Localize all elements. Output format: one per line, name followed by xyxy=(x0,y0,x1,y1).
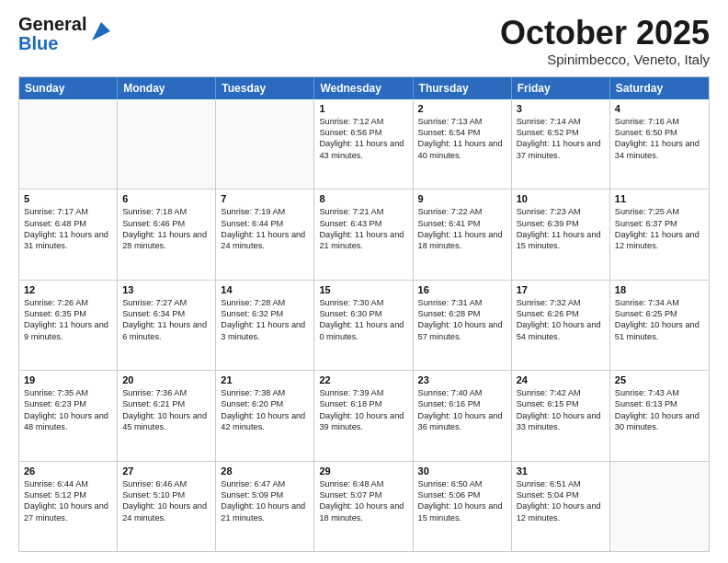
sunset-text: Sunset: 6:28 PM xyxy=(418,308,506,319)
day-cell-4: 4Sunrise: 7:16 AMSunset: 6:50 PMDaylight… xyxy=(610,99,709,189)
sunset-text: Sunset: 6:41 PM xyxy=(418,218,506,229)
daylight-text: Daylight: 10 hours and 15 minutes. xyxy=(418,500,506,523)
day-cell-13: 13Sunrise: 7:27 AMSunset: 6:34 PMDayligh… xyxy=(118,281,216,370)
day-number: 13 xyxy=(122,284,210,295)
day-cell-8: 8Sunrise: 7:21 AMSunset: 6:43 PMDaylight… xyxy=(314,190,413,279)
daylight-text: Daylight: 10 hours and 27 minutes. xyxy=(24,500,112,523)
day-number: 12 xyxy=(24,284,112,295)
sunset-text: Sunset: 6:16 PM xyxy=(418,398,506,409)
day-cell-2: 2Sunrise: 7:13 AMSunset: 6:54 PMDaylight… xyxy=(414,99,512,189)
sunrise-text: Sunrise: 7:28 AM xyxy=(221,297,309,308)
empty-cell-0-0 xyxy=(19,99,118,189)
sunset-text: Sunset: 6:43 PM xyxy=(319,218,407,229)
day-number: 30 xyxy=(418,465,506,477)
daylight-text: Daylight: 10 hours and 24 minutes. xyxy=(122,500,210,523)
sunrise-text: Sunrise: 7:26 AM xyxy=(24,297,112,308)
logo-general: General xyxy=(18,14,86,34)
sunrise-text: Sunrise: 7:32 AM xyxy=(517,297,605,308)
logo-icon xyxy=(88,18,114,44)
calendar-body: 1Sunrise: 7:12 AMSunset: 6:56 PMDaylight… xyxy=(19,99,709,551)
sunrise-text: Sunrise: 7:13 AM xyxy=(418,116,506,127)
daylight-text: Daylight: 10 hours and 39 minutes. xyxy=(319,410,407,433)
month-title: October 2025 xyxy=(500,15,710,52)
day-number: 18 xyxy=(615,284,704,295)
day-number: 14 xyxy=(221,284,309,295)
day-number: 3 xyxy=(517,103,605,114)
sunrise-text: Sunrise: 7:22 AM xyxy=(418,206,506,217)
sunset-text: Sunset: 6:50 PM xyxy=(615,127,704,138)
title-block: October 2025 Spinimbecco, Veneto, Italy xyxy=(500,15,710,67)
day-cell-23: 23Sunrise: 7:40 AMSunset: 6:16 PMDayligh… xyxy=(414,371,512,460)
sunrise-text: Sunrise: 7:17 AM xyxy=(24,206,112,217)
daylight-text: Daylight: 10 hours and 30 minutes. xyxy=(615,410,704,433)
sunset-text: Sunset: 5:09 PM xyxy=(221,489,309,500)
sunrise-text: Sunrise: 7:21 AM xyxy=(319,206,407,217)
svg-marker-0 xyxy=(92,22,110,40)
sunrise-text: Sunrise: 6:50 AM xyxy=(418,478,506,489)
daylight-text: Daylight: 11 hours and 18 minutes. xyxy=(418,229,506,252)
sunrise-text: Sunrise: 7:25 AM xyxy=(615,206,704,217)
day-cell-16: 16Sunrise: 7:31 AMSunset: 6:28 PMDayligh… xyxy=(414,281,512,370)
day-number: 2 xyxy=(418,103,506,114)
sunset-text: Sunset: 6:48 PM xyxy=(24,218,112,229)
day-number: 19 xyxy=(24,374,112,385)
sunrise-text: Sunrise: 7:19 AM xyxy=(221,206,309,217)
daylight-text: Daylight: 11 hours and 6 minutes. xyxy=(122,319,210,342)
day-cell-29: 29Sunrise: 6:48 AMSunset: 5:07 PMDayligh… xyxy=(314,462,413,551)
calendar: SundayMondayTuesdayWednesdayThursdayFrid… xyxy=(18,76,710,552)
header-day-wednesday: Wednesday xyxy=(314,77,413,99)
daylight-text: Daylight: 10 hours and 33 minutes. xyxy=(517,410,605,433)
sunset-text: Sunset: 6:46 PM xyxy=(122,218,210,229)
day-cell-27: 27Sunrise: 6:46 AMSunset: 5:10 PMDayligh… xyxy=(118,462,216,551)
day-cell-22: 22Sunrise: 7:39 AMSunset: 6:18 PMDayligh… xyxy=(314,371,413,460)
sunset-text: Sunset: 5:07 PM xyxy=(319,489,407,500)
day-number: 21 xyxy=(221,374,309,385)
day-number: 31 xyxy=(517,465,605,477)
daylight-text: Daylight: 11 hours and 15 minutes. xyxy=(517,229,605,252)
daylight-text: Daylight: 11 hours and 37 minutes. xyxy=(517,138,605,161)
sunset-text: Sunset: 5:06 PM xyxy=(418,489,506,500)
day-cell-14: 14Sunrise: 7:28 AMSunset: 6:32 PMDayligh… xyxy=(216,281,314,370)
day-cell-26: 26Sunrise: 6:44 AMSunset: 5:12 PMDayligh… xyxy=(19,462,118,551)
daylight-text: Daylight: 10 hours and 57 minutes. xyxy=(418,319,506,342)
daylight-text: Daylight: 11 hours and 28 minutes. xyxy=(122,229,210,252)
day-number: 4 xyxy=(615,103,704,114)
sunrise-text: Sunrise: 7:34 AM xyxy=(615,297,704,308)
calendar-header: SundayMondayTuesdayWednesdayThursdayFrid… xyxy=(19,77,709,99)
header-day-saturday: Saturday xyxy=(610,77,709,99)
header-day-tuesday: Tuesday xyxy=(216,77,314,99)
calendar-row-2: 12Sunrise: 7:26 AMSunset: 6:35 PMDayligh… xyxy=(19,281,709,371)
day-cell-7: 7Sunrise: 7:19 AMSunset: 6:44 PMDaylight… xyxy=(216,190,314,279)
day-number: 17 xyxy=(517,284,605,295)
daylight-text: Daylight: 11 hours and 24 minutes. xyxy=(221,229,309,252)
sunrise-text: Sunrise: 7:39 AM xyxy=(319,387,407,398)
location: Spinimbecco, Veneto, Italy xyxy=(500,52,710,67)
sunset-text: Sunset: 6:44 PM xyxy=(221,218,309,229)
day-cell-15: 15Sunrise: 7:30 AMSunset: 6:30 PMDayligh… xyxy=(314,281,413,370)
day-number: 24 xyxy=(517,374,605,385)
sunset-text: Sunset: 6:52 PM xyxy=(517,127,605,138)
day-cell-30: 30Sunrise: 6:50 AMSunset: 5:06 PMDayligh… xyxy=(414,462,512,551)
day-number: 1 xyxy=(319,103,407,114)
daylight-text: Daylight: 10 hours and 48 minutes. xyxy=(24,410,112,433)
day-cell-18: 18Sunrise: 7:34 AMSunset: 6:25 PMDayligh… xyxy=(610,281,709,370)
day-number: 9 xyxy=(418,193,506,204)
daylight-text: Daylight: 11 hours and 3 minutes. xyxy=(221,319,309,342)
day-number: 28 xyxy=(221,465,309,477)
day-number: 27 xyxy=(122,465,210,477)
day-number: 15 xyxy=(319,284,407,295)
sunrise-text: Sunrise: 7:38 AM xyxy=(221,387,309,398)
day-number: 7 xyxy=(221,193,309,204)
header-day-friday: Friday xyxy=(512,77,610,99)
daylight-text: Daylight: 11 hours and 43 minutes. xyxy=(319,138,407,161)
header-day-monday: Monday xyxy=(118,77,216,99)
daylight-text: Daylight: 11 hours and 34 minutes. xyxy=(615,138,704,161)
day-cell-3: 3Sunrise: 7:14 AMSunset: 6:52 PMDaylight… xyxy=(512,99,610,189)
daylight-text: Daylight: 11 hours and 21 minutes. xyxy=(319,229,407,252)
day-cell-24: 24Sunrise: 7:42 AMSunset: 6:15 PMDayligh… xyxy=(512,371,610,460)
day-cell-31: 31Sunrise: 6:51 AMSunset: 5:04 PMDayligh… xyxy=(512,462,610,551)
daylight-text: Daylight: 10 hours and 18 minutes. xyxy=(319,500,407,523)
day-cell-9: 9Sunrise: 7:22 AMSunset: 6:41 PMDaylight… xyxy=(414,190,512,279)
day-cell-5: 5Sunrise: 7:17 AMSunset: 6:48 PMDaylight… xyxy=(19,190,118,279)
day-number: 8 xyxy=(319,193,407,204)
